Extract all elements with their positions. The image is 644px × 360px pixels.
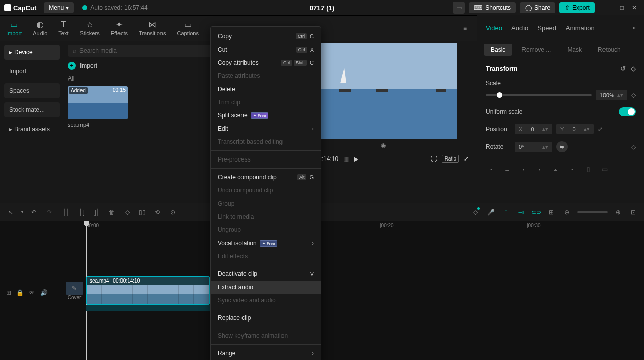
ctx-extract-audio[interactable]: Extract audio — [211, 281, 321, 294]
chevron-down-icon[interactable]: ▾ — [21, 210, 23, 214]
keyframe-icon[interactable]: ◇ — [631, 143, 636, 150]
subtab-mask[interactable]: Mask — [560, 44, 589, 56]
trim-left-icon[interactable]: ⎮[ — [77, 208, 86, 217]
mute-icon[interactable]: 🔊 — [40, 289, 48, 296]
timeline-ruler[interactable]: 00:00 |00:20 |00:30 — [86, 221, 644, 232]
sidebar-item-stock[interactable]: Stock mate... — [4, 102, 60, 117]
auto-caption-icon[interactable]: ◇ — [471, 208, 480, 217]
align-top-icon[interactable]: ⫟ — [534, 164, 545, 175]
menu-button[interactable]: Menu ▾ — [44, 2, 74, 13]
align-center-v-icon[interactable]: ⫠ — [550, 164, 561, 175]
tab-effects[interactable]: ✦Effects — [111, 20, 128, 36]
trim-right-icon[interactable]: ]⎮ — [92, 208, 101, 217]
export-button[interactable]: ⇧ Export — [559, 2, 595, 13]
play-button[interactable]: ▶ — [354, 155, 358, 163]
sidebar-item-spaces[interactable]: Spaces — [4, 83, 60, 98]
ctx-split-scene[interactable]: Split scene✦ Free — [211, 109, 321, 122]
ctx-copy[interactable]: CopyCtrlC — [211, 30, 321, 43]
mirror-button[interactable]: ⇋ — [556, 141, 568, 152]
ctx-copy-attributes[interactable]: Copy attributesCtrlShiftC — [211, 56, 321, 69]
pointer-tool-icon[interactable]: ↖ — [6, 208, 15, 217]
sidebar-item-brand[interactable]: ▸Brand assets — [4, 122, 60, 137]
marker-icon[interactable]: ◇ — [123, 208, 132, 217]
maximize-button[interactable]: □ — [620, 4, 624, 11]
inspector-tab-video[interactable]: Video — [486, 24, 502, 32]
ctx-cut[interactable]: CutCtrlX — [211, 43, 321, 56]
align-left-icon[interactable]: ⫞ — [486, 164, 497, 175]
import-button[interactable]: Import — [80, 62, 97, 69]
share-button[interactable]: ◯ Share — [520, 2, 555, 13]
cover-button[interactable]: ✎ Cover — [66, 282, 83, 300]
clip-audio-waveform[interactable] — [86, 305, 210, 311]
frame-icon[interactable]: ▯▯ — [138, 208, 147, 217]
ratio-button[interactable]: Ratio — [442, 155, 459, 163]
align-right-icon[interactable]: ⫟ — [518, 164, 529, 175]
compare-icon[interactable]: ▥ — [343, 155, 349, 163]
subtab-basic[interactable]: Basic — [484, 44, 512, 56]
link-icon[interactable]: ⤢ — [598, 126, 603, 133]
close-button[interactable]: ✕ — [632, 4, 637, 11]
uniform-scale-toggle[interactable] — [619, 107, 636, 116]
ctx-range[interactable]: Range› — [211, 347, 321, 360]
mic-icon[interactable]: 🎤 — [486, 208, 495, 217]
inspector-tab-speed[interactable]: Speed — [537, 24, 556, 32]
plus-icon[interactable]: + — [68, 62, 76, 70]
tab-captions[interactable]: ▭Captions — [177, 20, 198, 36]
ctx-deactivate[interactable]: Deactivate clipV — [211, 267, 321, 281]
undo-icon[interactable]: ↶ — [29, 208, 38, 217]
hamburger-icon[interactable]: ≡ — [463, 25, 471, 32]
rotate-input[interactable]: 0°▴▾ — [515, 142, 552, 152]
preview-video[interactable] — [310, 43, 457, 139]
sidebar-item-import[interactable]: Import — [4, 64, 60, 79]
keyframe-icon[interactable]: ◇ — [631, 92, 636, 99]
zoom-fit-icon[interactable]: ⊡ — [629, 208, 638, 217]
expand-icon[interactable]: ⤢ — [464, 155, 469, 163]
inspector-tab-animation[interactable]: Animation — [566, 24, 595, 32]
subtab-remove[interactable]: Remove ... — [514, 44, 558, 56]
link-icon[interactable]: ⊂⊃ — [532, 208, 541, 217]
position-x-input[interactable]: X0▴▾ — [515, 124, 552, 134]
zoom-out-icon[interactable]: ⊖ — [562, 208, 571, 217]
reverse-icon[interactable]: ⟲ — [153, 208, 162, 217]
more-icon[interactable]: » — [632, 24, 636, 31]
ctx-replace[interactable]: Replace clip — [211, 311, 321, 325]
ctx-edit[interactable]: Edit› — [211, 122, 321, 135]
redo-icon[interactable]: ↷ — [45, 208, 54, 217]
record-icon[interactable]: ⊙ — [168, 208, 177, 217]
ctx-delete[interactable]: Delete — [211, 83, 321, 96]
video-clip[interactable]: sea.mp4 00:00:14:10 — [86, 276, 210, 305]
delete-icon[interactable]: 🗑 — [107, 208, 116, 217]
shortcuts-button[interactable]: ⌨ Shortcuts — [469, 2, 516, 13]
ctx-vocal-isolation[interactable]: Vocal isolation✦ Free› — [211, 236, 321, 250]
inspector-tab-audio[interactable]: Audio — [511, 24, 528, 32]
align-center-h-icon[interactable]: ⫠ — [502, 164, 513, 175]
preview-sync-icon[interactable]: ⊞ — [547, 208, 556, 217]
ctx-compound[interactable]: Create compound clipAltG — [211, 171, 321, 184]
align-bottom-icon[interactable]: ⫞ — [567, 164, 578, 175]
split-icon[interactable]: ⎮⎮ — [62, 208, 71, 217]
minimize-button[interactable]: — — [606, 4, 612, 11]
tab-stickers[interactable]: ☆Stickers — [80, 20, 100, 36]
visibility-icon[interactable]: 👁 — [29, 289, 35, 296]
reset-icon[interactable]: ↺ — [620, 65, 626, 72]
expand-tracks-icon[interactable]: ⊞ — [6, 289, 11, 296]
lock-icon[interactable]: 🔒 — [16, 289, 24, 296]
tab-transitions[interactable]: ⋈Transitions — [139, 20, 166, 36]
subtab-retouch[interactable]: Retouch — [591, 44, 628, 56]
magnet-icon[interactable]: ⎍ — [501, 208, 510, 217]
tab-audio[interactable]: ◐Audio — [33, 20, 47, 36]
position-y-input[interactable]: Y0▴▾ — [556, 124, 594, 134]
tab-import[interactable]: ▭Import — [6, 20, 22, 36]
fullscreen-icon[interactable]: ⛶ — [431, 155, 437, 163]
zoom-slider[interactable] — [577, 211, 608, 213]
sidebar-item-device[interactable]: ▸Device — [4, 45, 60, 60]
media-thumbnail[interactable]: Added 00:15 sea.mp4 — [68, 86, 128, 128]
tab-text[interactable]: TText — [58, 20, 68, 36]
zoom-in-icon[interactable]: ⊕ — [614, 208, 623, 217]
layout-button[interactable]: ▭ — [453, 2, 465, 14]
scale-slider[interactable] — [486, 94, 592, 96]
keyframe-icon[interactable]: ◇ — [631, 65, 636, 72]
scale-value-input[interactable]: 100%▴▾ — [596, 90, 627, 100]
snap-icon[interactable]: ⫣ — [516, 208, 526, 217]
timeline[interactable]: 00:00 |00:20 |00:30 ⊞ 🔒 👁 🔊 ✎ Cover sea.… — [0, 221, 644, 360]
